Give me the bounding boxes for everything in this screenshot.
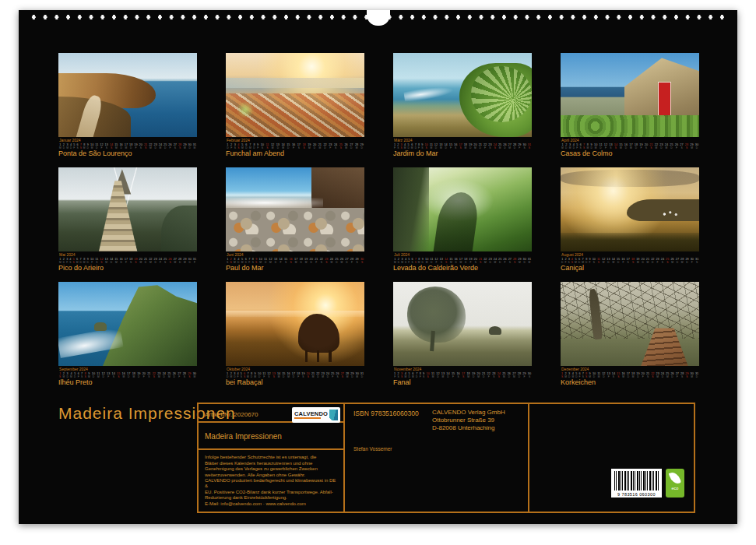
mini-calendar: Juni 20241S2S3M4D5M6D7F8S9S10M11D12M13D1… [226,253,364,263]
photo-detail [561,282,699,339]
mini-day: 30S [527,372,533,378]
mini-calendar: Juli 20241M2D3M4D5F6S7S8M9D10M11D12F13S1… [393,253,532,263]
photo-detail [94,322,107,331]
photo-detail [226,198,323,208]
legal-text: Infolge bestehender Schutzrechte ist es … [199,450,343,512]
leaf-icon [669,471,681,486]
month-cell-1: Januar 20241M2D3M4D5F6S7S8M9D10M11D12F13… [58,53,197,162]
calendar-title-cell: Madeira Impressionen [199,423,343,451]
photo-caption: Levada do Caldeirão Verde [393,264,478,272]
photo-detail [561,115,699,137]
photo-detail [161,206,197,251]
info-table-middle-column: ISBN 9783516060300 CALVENDO Verlag GmbH … [345,404,529,512]
mini-day: 12M [270,143,276,149]
month-photo-thumbnail [58,53,197,137]
photo-detail [103,285,197,366]
month-photo-thumbnail [561,53,699,137]
month-cell-8: August 20241D2F3S4S5M6D7M8D9F10S11S12M13… [561,167,699,276]
mini-day: 25S [338,143,343,149]
month-photo-thumbnail [226,167,364,251]
mini-calendar-days: 1M2D3M4D5F6S7S8M9D10M11D12F13S14S15M16D1… [58,143,197,149]
month-cell-9: September 20241S2M3D4M5D6F7S8S9M10D11M12… [58,282,197,391]
mini-day: 29D [359,143,364,149]
mini-calendar: Oktober 20241D2M3D4F5S6S7M8D9M10D11F12S1… [226,367,364,378]
mini-calendar-month-label: September 2024 [59,367,197,372]
photo-detail [489,326,501,335]
photo-detail [658,82,672,119]
photo-caption: Ilhéu Preto [58,378,93,386]
mini-calendar-days: 1M2D3M4D5F6S7S8M9D10M11D12F13S14S15M16D1… [561,143,699,149]
photo-caption: bei Rabaçal [226,378,263,386]
month-cell-6: Juni 20241S2S3M4D5M6D7F8S9S10M11D12M13D1… [226,167,364,276]
month-cell-5: Mai 20241M2D3F4S5S6M7D8M9D10F11S12S13M14… [58,167,197,276]
mini-calendar: Mai 20241M2D3F4S5S6M7D8M9D10F11S12S13M14… [58,253,197,263]
photo-detail [298,314,339,353]
photo-detail [561,233,699,251]
mini-day: 31S [694,258,699,263]
mini-day: 31M [192,143,197,149]
month-cell-7: Juli 20241M2D3M4D5F6S7S8M9D10M11D12F13S1… [393,167,532,276]
article-number: Artikel-Nr. 2020670 [205,411,258,418]
month-cell-3: März 20241F2S3S4M5D6M7D8F9S10S11M12D13M1… [393,53,532,162]
mini-day: 16F [291,143,297,149]
photo-caption: Casas de Colmo [561,149,613,157]
mini-day: 31D [694,372,699,378]
mini-calendar: April 20241M2D3M4D5F6S7S8M9D10M11D12F13S… [561,139,699,149]
mini-day: 21M [317,143,322,149]
mini-day: 27D [349,143,354,149]
mini-day: 31F [192,258,197,263]
mini-calendar: Januar 20241M2D3M4D5F6S7S8M9D10M11D12F13… [58,139,197,149]
mini-day: 28M [354,143,360,149]
eco-label: eco [666,486,684,490]
month-photo-thumbnail [393,53,532,137]
info-table-right-column: 9 783516 060300 eco [529,404,694,512]
photo-detail [407,287,466,342]
photo-detail [226,311,364,318]
mini-calendar-month-label: März 2024 [394,139,532,143]
mini-day: 23F [328,143,333,149]
mini-calendar-month-label: April 2024 [561,139,699,143]
photo-detail [226,78,364,88]
calvendo-tagline-bar [294,417,321,419]
mini-day: 22D [322,143,328,149]
photo-caption: Ponta de São Lourenço [58,149,132,157]
isbn-number: ISBN 9783516060300 [353,410,419,417]
mini-calendar: März 20241F2S3S4M5D6M7D8F9S10S11M12D13M1… [393,139,532,149]
month-photo-thumbnail [58,282,197,366]
mini-calendar-days: 1D2F3S4S5M6D7M8D9F10S11S12M13D14M15D16F1… [561,258,699,263]
calvendo-logo: CALVENDO [292,407,340,423]
photo-detail [430,330,435,350]
publisher-line: Ottobrunner Straße 39 [432,417,505,424]
mini-calendar-month-label: Januar 2024 [59,139,197,143]
mini-calendar-month-label: Juni 2024 [227,253,364,258]
photo-detail [403,83,460,104]
month-cell-4: April 20241M2D3M4D5F6S7S8M9D10M11D12F13S… [561,53,699,162]
calvendo-flag-icon [329,410,338,420]
mini-calendar-days: 1F2S3S4M5D6M7D8F9S10S11M12D13M14D15F16S1… [393,372,532,378]
barcode-bars [614,471,659,490]
month-photo-thumbnail [561,282,699,366]
mini-calendar: Dezember 20241S2M3D4M5D6F7S8S9M10D11M12D… [561,367,699,378]
mini-day: 24S [333,143,339,149]
hanger-notch-icon [367,10,390,26]
mini-calendar-month-label: Mai 2024 [59,253,197,258]
month-photo-thumbnail [226,282,364,366]
photo-caption: Korkeichen [561,378,596,386]
mini-day: 19M [307,143,312,149]
month-photo-thumbnail [226,53,364,137]
photo-caption: Jardim do Mar [393,149,438,157]
mini-day: 10S [260,143,265,149]
mini-day: 13D [275,143,280,149]
mini-day: 14M [280,143,286,149]
month-grid: Januar 20241M2D3M4D5F6S7S8M9D10M11D12F13… [58,53,699,396]
photo-detail [237,101,254,118]
photo-caption: Pico do Arieiro [58,264,104,272]
mini-day: 31D [360,372,364,378]
publisher-line: D-82008 Unterhaching [432,424,505,432]
mini-day: 15D [286,143,291,149]
mini-calendar: September 20241S2M3D4M5D6F7S8S9M10D11M12… [58,367,197,378]
month-photo-thumbnail [58,167,197,251]
mini-day: 30D [694,143,700,149]
month-cell-12: Dezember 20241S2M3D4M5D6F7S8S9M10D11M12D… [561,282,699,391]
ean-barcode: 9 783516 060300 [611,469,662,498]
